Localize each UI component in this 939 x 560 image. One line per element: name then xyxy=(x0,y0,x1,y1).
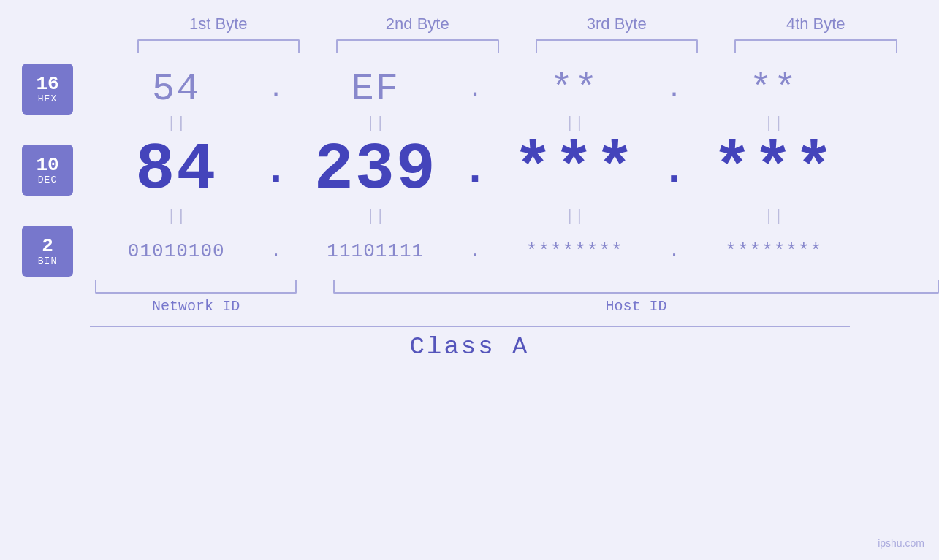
hex-badge-label: HEX xyxy=(38,93,57,104)
dec-dot1: . xyxy=(258,145,294,195)
eq2-b4: || xyxy=(693,207,856,226)
eq1-b1: || xyxy=(95,115,258,133)
bin-b2: 11101111 xyxy=(294,240,457,262)
bin-dot2: . xyxy=(457,240,493,262)
bracket-byte3 xyxy=(536,39,699,53)
bottom-bracket-host xyxy=(333,280,939,294)
dec-badge-number: 10 xyxy=(36,156,58,174)
class-bracket-line xyxy=(90,326,850,327)
bin-b3: ******** xyxy=(493,240,656,262)
eq1-b2: || xyxy=(294,115,457,133)
dec-b4: *** xyxy=(693,133,856,207)
dec-b2: 239 xyxy=(294,133,457,207)
bracket-byte4 xyxy=(734,39,897,53)
bin-badge: 2 BIN xyxy=(22,226,73,277)
dec-badge-label: DEC xyxy=(38,174,57,185)
dec-b1: 84 xyxy=(95,133,258,207)
hex-b1: 54 xyxy=(95,68,258,111)
byte3-header: 3rd Byte xyxy=(536,15,699,34)
bin-badge-label: BIN xyxy=(38,256,57,266)
eq2-b1: || xyxy=(95,207,258,226)
eq2-b2: || xyxy=(294,207,457,226)
bin-badge-number: 2 xyxy=(42,237,53,256)
dec-badge-area: 10 DEC xyxy=(0,145,95,196)
eq1-b4: || xyxy=(693,115,856,133)
byte1-header: 1st Byte xyxy=(137,15,300,34)
hex-badge-number: 16 xyxy=(36,74,58,93)
host-id-label: Host ID xyxy=(606,298,667,315)
dec-dot2: . xyxy=(457,145,493,195)
hex-dot3: . xyxy=(656,74,693,104)
hex-b3: ** xyxy=(493,68,656,111)
dec-badge: 10 DEC xyxy=(22,145,73,196)
watermark: ipshu.com xyxy=(878,537,924,549)
main-container: 1st Byte 2nd Byte 3rd Byte 4th Byte 16 H… xyxy=(0,0,939,560)
hex-dot1: . xyxy=(258,74,294,104)
bin-dot3: . xyxy=(656,240,693,262)
eq2-b3: || xyxy=(493,207,656,226)
byte4-header: 4th Byte xyxy=(734,15,897,34)
hex-b4: ** xyxy=(693,68,856,111)
bin-dot1: . xyxy=(258,240,294,262)
bin-b1: 01010100 xyxy=(95,240,258,262)
eq1-b3: || xyxy=(493,115,656,133)
network-id-label: Network ID xyxy=(152,298,240,315)
bin-b4: ******** xyxy=(693,240,856,262)
bracket-byte1 xyxy=(137,39,300,53)
class-label: Class A xyxy=(410,333,530,361)
hex-badge: 16 HEX xyxy=(22,64,73,115)
dec-b3: *** xyxy=(493,133,656,207)
bottom-bracket-byte1 xyxy=(95,280,297,294)
dec-dot3: . xyxy=(656,145,693,195)
hex-dot2: . xyxy=(457,74,493,104)
bin-badge-area: 2 BIN xyxy=(0,226,95,277)
byte2-header: 2nd Byte xyxy=(336,15,499,34)
hex-badge-area: 16 HEX xyxy=(0,64,95,115)
bracket-byte2 xyxy=(336,39,499,53)
hex-b2: EF xyxy=(294,68,457,111)
